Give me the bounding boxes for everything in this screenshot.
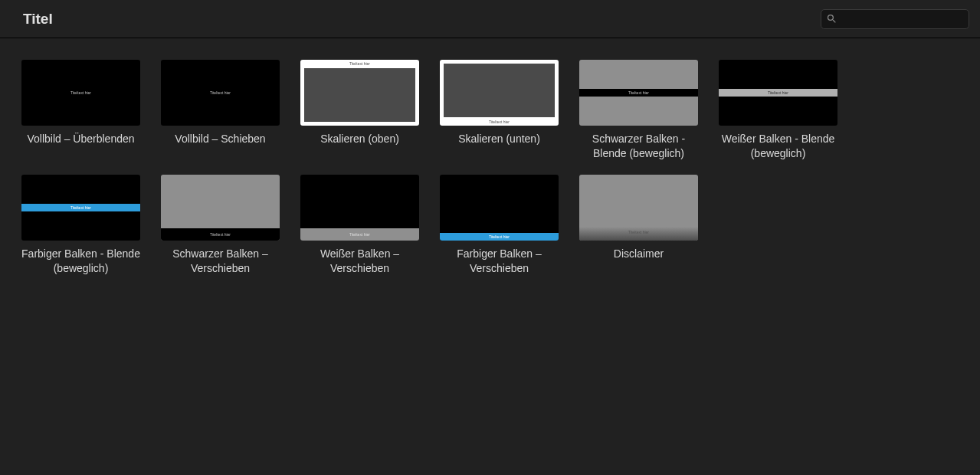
title-thumbnail: Titeltext hier xyxy=(579,60,698,126)
thumb-placeholder-text: Titeltext hier xyxy=(628,90,649,95)
thumb-placeholder-text: Titeltext hier xyxy=(70,205,91,210)
title-label: Schwarzer Balken – Verschieben xyxy=(161,247,280,276)
title-label: Schwarzer Balken - Blende (beweglich) xyxy=(579,132,698,161)
title-item[interactable]: Titeltext hierSkalieren (oben) xyxy=(300,60,419,161)
thumb-placeholder-text: Titeltext hier xyxy=(489,120,510,124)
thumb-placeholder-text: Titeltext hier xyxy=(210,232,231,237)
thumb-placeholder-text: Titeltext hier xyxy=(210,90,231,95)
search-input[interactable] xyxy=(842,13,964,25)
title-item[interactable]: Titeltext hierVollbild – Schieben xyxy=(161,60,280,161)
title-thumbnail: Titeltext hier xyxy=(440,175,559,241)
title-label: Vollbild – Schieben xyxy=(175,132,265,146)
title-label: Weißer Balken - Blende (beweglich) xyxy=(719,132,837,161)
title-item[interactable]: Titeltext hierWeißer Balken - Blende (be… xyxy=(719,60,837,161)
title-thumbnail: Titeltext hier xyxy=(21,60,140,126)
title-label: Skalieren (oben) xyxy=(320,132,399,146)
title-item[interactable]: Titeltext hierSchwarzer Balken – Verschi… xyxy=(161,175,280,276)
title-label: Farbiger Balken – Verschieben xyxy=(440,247,559,276)
title-thumbnail: Titeltext hier xyxy=(161,175,280,241)
title-thumbnail: Titeltext hier xyxy=(300,175,419,241)
search-icon xyxy=(826,13,837,25)
title-label: Skalieren (unten) xyxy=(458,132,540,146)
title-item[interactable]: Titeltext hierFarbiger Balken - Blende (… xyxy=(21,175,140,276)
title-thumbnail: Titeltext hier xyxy=(579,175,698,241)
title-item[interactable]: Titeltext hierDisclaimer xyxy=(579,175,698,276)
title-item[interactable]: Titeltext hierSchwarzer Balken - Blende … xyxy=(579,60,698,161)
title-item[interactable]: Titeltext hierVollbild – Überblenden xyxy=(21,60,140,161)
title-thumbnail: Titeltext hier xyxy=(21,175,140,241)
thumb-placeholder-text: Titeltext hier xyxy=(349,61,370,66)
header-bar: Titel xyxy=(0,0,980,38)
title-thumbnail: Titeltext hier xyxy=(440,60,559,126)
title-thumbnail: Titeltext hier xyxy=(719,60,837,126)
title-item[interactable]: Titeltext hierWeißer Balken – Verschiebe… xyxy=(300,175,419,276)
thumb-placeholder-text: Titeltext hier xyxy=(70,90,91,95)
title-label: Weißer Balken – Verschieben xyxy=(300,247,419,276)
title-item[interactable]: Titeltext hierFarbiger Balken – Verschie… xyxy=(440,175,559,276)
thumb-placeholder-text: Titeltext hier xyxy=(768,90,788,95)
thumb-placeholder-text: Titeltext hier xyxy=(489,234,510,239)
title-item[interactable]: Titeltext hierSkalieren (unten) xyxy=(440,60,559,161)
search-field[interactable] xyxy=(821,9,969,29)
thumb-placeholder-text: Titeltext hier xyxy=(349,232,370,237)
title-thumbnail: Titeltext hier xyxy=(161,60,280,126)
thumb-placeholder-text: Titeltext hier xyxy=(628,230,649,234)
title-thumbnail: Titeltext hier xyxy=(300,60,419,126)
title-label: Disclaimer xyxy=(614,247,664,261)
title-label: Farbiger Balken - Blende (beweglich) xyxy=(21,247,140,276)
title-label: Vollbild – Überblenden xyxy=(27,132,134,146)
titles-grid: Titeltext hierVollbild – ÜberblendenTite… xyxy=(0,38,980,297)
page-title: Titel xyxy=(11,11,53,28)
